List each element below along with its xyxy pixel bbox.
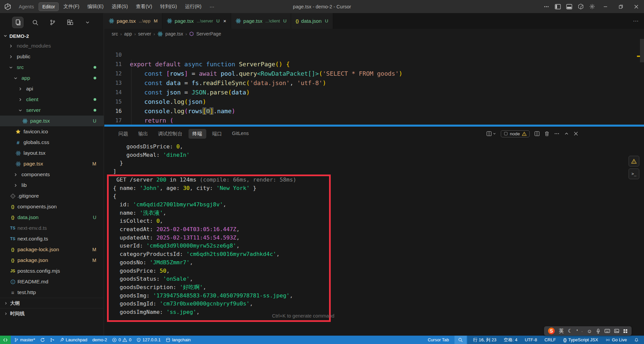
timeline-section[interactable]: 时间线 [0, 308, 104, 336]
sogou-logo-icon[interactable]: S [548, 328, 555, 334]
emoji-face-icon[interactable]: ☺ [587, 328, 592, 334]
code-line-10[interactable]: 10 [104, 50, 644, 60]
breadcrumb-symbol[interactable]: ServerPage [196, 31, 221, 37]
editor-scrollbar[interactable] [640, 39, 644, 62]
tree-item-postcss.config.mjs[interactable]: JSpostcss.config.mjs [0, 266, 104, 276]
panel-tab-端口[interactable]: 端口 [208, 129, 226, 139]
tree-item-server[interactable]: server [0, 105, 104, 116]
toolbox-grid-icon[interactable] [623, 329, 628, 333]
source-control-icon[interactable] [47, 17, 58, 28]
code-line-15[interactable]: 15 console.log(json) [104, 97, 644, 107]
git-branch[interactable]: master* [14, 337, 35, 342]
menu-item-7[interactable]: 运行(R) [182, 2, 205, 11]
code-editor[interactable]: 1011export default async function Server… [104, 39, 644, 125]
panel-tab-调试控制台[interactable]: 调试控制台 [154, 129, 186, 139]
tree-item-app[interactable]: app [0, 73, 104, 83]
editor-tab-data.json[interactable]: {}data.jsonU [291, 13, 333, 29]
breadcrumb-folder[interactable]: server [138, 31, 151, 37]
code-line-11[interactable]: 11export default async function ServerPa… [104, 60, 644, 69]
settings-gear-icon[interactable] [586, 0, 598, 13]
menu-item-6[interactable]: 转到(G) [157, 2, 180, 11]
panel-tab-问题[interactable]: 问题 [114, 129, 132, 139]
ime-language-mode[interactable]: 英 [559, 328, 564, 334]
terminal-warning-badge[interactable] [629, 156, 639, 166]
menu-item-3[interactable]: 编辑(E) [84, 2, 107, 11]
breadcrumb-folder[interactable]: app [124, 31, 132, 37]
editor-actions-more-icon[interactable]: ··· [633, 18, 644, 24]
tree-item-layout.tsx[interactable]: layout.tsx [0, 148, 104, 158]
menu-item-8[interactable]: ··· [206, 3, 218, 11]
editor-tab-page.tsx[interactable]: page.tsx...\clientU [231, 13, 291, 29]
language-mode[interactable]: {}TypeScript JSX [563, 337, 598, 342]
code-line-14[interactable]: 14 const json = JSON.parse(data) [104, 88, 644, 97]
cursor-position[interactable]: 行 16, 列 23 [473, 337, 496, 343]
panel-tab-终端[interactable]: 终端 [189, 129, 206, 139]
tree-item-globals.css[interactable]: #globals.css [0, 137, 104, 148]
maximize-panel-icon[interactable] [564, 131, 569, 136]
tree-item-client[interactable]: client [0, 94, 104, 105]
menu-item-1[interactable]: Editor [39, 2, 59, 11]
breadcrumb-folder[interactable]: src [112, 31, 118, 37]
tree-item-lib[interactable]: lib [0, 180, 104, 191]
tree-item-README.md[interactable]: README.md [0, 276, 104, 287]
tree-item-data.json[interactable]: {}data.jsonU [0, 212, 104, 223]
outline-section[interactable]: 大纲 [0, 298, 104, 308]
kill-terminal-icon[interactable] [544, 131, 549, 136]
forwarded-port[interactable]: 127.0.0.1 [137, 337, 161, 342]
tree-item-favicon.ico[interactable]: favicon.ico [0, 126, 104, 137]
cursor-tab-status[interactable]: Cursor Tab [428, 337, 449, 342]
tree-item-page.tsx[interactable]: page.tsxM [0, 158, 104, 169]
tree-item-api[interactable]: api [0, 83, 104, 94]
code-line-16[interactable]: 16 console.log(rows[0].name) [104, 107, 644, 116]
breadcrumb-file[interactable]: page.tsx [165, 31, 183, 37]
editor-tab-page.tsx[interactable]: page.tsx...\appM [104, 13, 162, 29]
cursor-cube-icon[interactable] [575, 0, 586, 13]
tree-item-public[interactable]: public [0, 51, 104, 62]
close-button[interactable] [629, 0, 644, 13]
terminal-tab-badge[interactable]: >_ [629, 168, 639, 179]
project-name[interactable]: demo-2 [92, 337, 107, 342]
tree-item-node_modules[interactable]: node_modules [0, 41, 104, 51]
menu-item-4[interactable]: 选择(S) [108, 2, 131, 11]
tree-item-components[interactable]: components [0, 169, 104, 180]
code-line-13[interactable]: 13 const data = fs.readFileSync('data.js… [104, 78, 644, 88]
launchpad[interactable]: Launchpad [60, 337, 87, 342]
sync-changes[interactable] [40, 338, 45, 342]
explorer-section-header[interactable]: DEMO-2 [0, 31, 104, 40]
tab-close-icon[interactable]: × [223, 18, 226, 24]
menu-item-2[interactable]: 文件(F) [60, 2, 83, 11]
moon-icon[interactable]: ☾ [568, 328, 572, 334]
go-live[interactable]: Go Live [605, 337, 627, 342]
encoding[interactable]: UTF-8 [525, 337, 537, 342]
tree-item-package.json[interactable]: {}package.jsonM [0, 255, 104, 266]
editor-tab-page.tsx[interactable]: page.tsx...\serverU× [162, 13, 231, 29]
punctuation-mode-icon[interactable]: ’’ [576, 328, 577, 334]
menu-item-0[interactable]: Agents [15, 3, 37, 11]
explorer-icon[interactable] [12, 17, 23, 28]
terminal-instance-node[interactable]: node [501, 130, 530, 137]
tree-item-components.json[interactable]: {}components.json [0, 201, 104, 212]
more-actions-icon[interactable] [541, 0, 552, 13]
gitlens-commit-graph[interactable] [50, 338, 55, 342]
views-chevron-icon[interactable] [82, 17, 93, 28]
screen-reader-zoom-button[interactable] [454, 336, 467, 344]
restore-button[interactable] [613, 0, 629, 13]
tree-item-src[interactable]: src [0, 62, 104, 73]
notifications-bell[interactable] [634, 338, 639, 342]
langchain-container[interactable]: langchain [166, 337, 191, 342]
search-icon[interactable] [30, 17, 41, 28]
problems-status[interactable]: 00 [112, 337, 131, 342]
terminal-profile-icon[interactable] [486, 131, 496, 136]
extensions-icon[interactable] [64, 17, 76, 28]
close-panel-icon[interactable] [574, 131, 578, 136]
minimize-button[interactable] [598, 0, 613, 13]
microphone-icon[interactable] [596, 329, 600, 334]
tree-item-next-env.d.ts[interactable]: TSnext-env.d.ts [0, 223, 104, 233]
menu-item-5[interactable]: 查看(V) [132, 2, 155, 11]
code-line-12[interactable]: 12 const [rows] = await pool.query<RowDa… [104, 69, 644, 78]
panel-more-icon[interactable] [554, 131, 559, 136]
panel-tab-GitLens[interactable]: GitLens [228, 129, 253, 139]
indentation[interactable]: 空格: 4 [504, 337, 517, 343]
toggle-panel-icon[interactable] [564, 0, 575, 13]
tree-item-.gitignore[interactable]: .gitignore [0, 191, 104, 201]
